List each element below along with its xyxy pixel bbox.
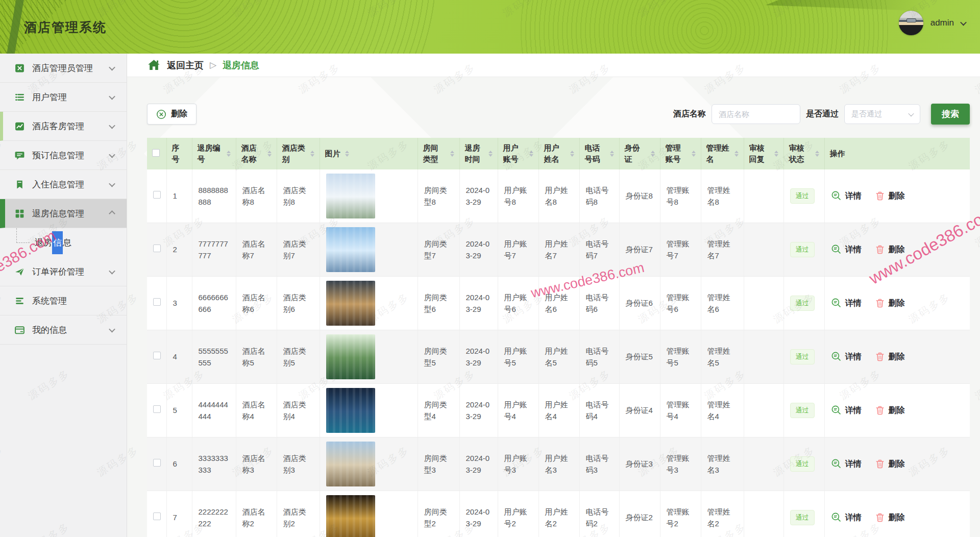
sort-carets-icon[interactable] [815,151,819,157]
cell-admin_name: 管理姓名2 [701,491,744,537]
user-menu[interactable]: admin [899,11,966,35]
delete-action[interactable]: 删除 [875,297,905,310]
delete-action[interactable]: 删除 [875,511,905,524]
delete-button[interactable]: 删除 [147,104,197,125]
sidebar-item-label: 我的信息 [32,324,67,336]
hotel-management-app: 酒店管理系统 admin 酒店管理员管理 用户管理 [0,0,980,537]
col-header-audit_reply[interactable]: 审核回复 [744,138,783,169]
sidebar-item-order-review-mgmt[interactable]: 订单评价管理 [0,257,127,286]
col-label: 房间类型 [423,142,446,165]
breadcrumb-home[interactable]: 返回主页 [167,59,204,71]
chevron-up-icon [109,210,115,217]
col-header-checkout_time[interactable]: 退房时间 [459,138,498,169]
col-header-hotel_category[interactable]: 酒店类别 [277,138,320,169]
sidebar-item-hotel-room-mgmt[interactable]: 酒店客房管理 [0,112,127,141]
detail-action[interactable]: 详情 [831,190,862,203]
user-avatar [899,11,923,35]
sort-carets-icon[interactable] [310,151,314,157]
sort-carets-icon[interactable] [651,151,655,157]
cell-actions: 详情删除 [824,223,970,277]
delete-action[interactable]: 删除 [875,190,905,203]
main-area: 返回主页 ▷ 退房信息 删除 酒店名称 [127,54,980,537]
cell-admin_name: 管理姓名5 [701,330,744,384]
detail-action[interactable]: 详情 [831,404,862,417]
hotel-name-label: 酒店名称 [673,109,706,119]
sort-carets-icon[interactable] [488,151,493,157]
row-checkbox[interactable] [153,298,161,306]
cell-checkout_time: 2024-03-29 [459,223,498,277]
sort-carets-icon[interactable] [345,151,349,157]
cell-checkbox [147,491,166,537]
sort-carets-icon[interactable] [774,151,778,157]
col-header-admin_account[interactable]: 管理账号 [660,138,701,169]
cell-checkout_time: 2024-03-29 [459,277,498,330]
sidebar-item-user-mgmt[interactable]: 用户管理 [0,83,127,112]
sort-carets-icon[interactable] [267,151,272,157]
row-checkbox[interactable] [153,191,161,199]
hotel-name-input[interactable] [712,104,800,124]
pass-select[interactable]: 是否通过 [844,104,920,124]
row-checkbox[interactable] [153,512,161,520]
detail-action[interactable]: 详情 [831,243,862,256]
col-label: 退房编号 [198,142,222,165]
sort-carets-icon[interactable] [692,151,696,157]
cell-user_name: 用户姓名6 [538,277,579,330]
breadcrumb-separator-icon: ▷ [210,60,216,70]
search-button[interactable]: 搜索 [931,104,970,125]
detail-magnifier-icon [831,190,842,201]
delete-action[interactable]: 删除 [875,351,905,363]
col-header-user_account[interactable]: 用户账号 [498,138,538,169]
status-badge: 通过 [790,456,815,472]
sidebar-item-booking-mgmt[interactable]: 预订信息管理 [0,141,127,170]
col-header-id_card[interactable]: 身份证 [619,138,660,169]
delete-action[interactable]: 删除 [875,458,905,471]
detail-action[interactable]: 详情 [831,458,862,471]
col-header-user_name[interactable]: 用户姓名 [538,138,579,169]
sidebar-item-system-mgmt[interactable]: 系统管理 [0,286,127,315]
cell-user_name: 用户姓名4 [538,384,579,437]
row-checkbox[interactable] [153,405,161,413]
detail-action[interactable]: 详情 [831,351,862,363]
col-header-admin_name[interactable]: 管理姓名 [701,138,744,169]
sidebar-subitem-checkout-info[interactable]: 退房信息 [0,228,127,257]
select-all-checkbox[interactable] [152,149,160,157]
detail-magnifier-icon [831,512,842,523]
sort-carets-icon[interactable] [610,151,614,157]
list-icon [14,92,25,103]
col-header-image[interactable]: 图片 [320,138,418,169]
detail-magnifier-icon [831,405,842,416]
col-header-hotel_name[interactable]: 酒店名称 [236,138,277,169]
sort-carets-icon[interactable] [450,151,454,157]
cell-checkout_no: 4444444444 [192,384,236,437]
col-header-checkbox[interactable] [147,138,166,169]
detail-action[interactable]: 详情 [831,511,862,524]
cell-user_account: 用户账号6 [498,277,538,330]
cell-user_name: 用户姓名3 [538,437,579,491]
sidebar-item-label: 订单评价管理 [32,266,84,278]
delete-action[interactable]: 删除 [875,243,905,256]
chart-icon [14,121,25,132]
cell-user_name: 用户姓名5 [538,330,579,384]
col-header-audit_status[interactable]: 审核状态 [783,138,824,169]
col-header-phone[interactable]: 电话号码 [579,138,619,169]
sidebar-item-hotel-admin-mgmt[interactable]: 酒店管理员管理 [0,54,127,83]
sidebar-item-my-info[interactable]: 我的信息 [0,315,127,345]
sidebar-item-checkin-mgmt[interactable]: 入住信息管理 [0,170,127,199]
status-badge: 通过 [790,296,815,311]
home-icon[interactable] [147,58,161,72]
row-checkbox[interactable] [153,352,161,359]
col-header-checkout_no[interactable]: 退房编号 [192,138,236,169]
sort-carets-icon[interactable] [570,151,574,157]
sidebar-subitem-label: 退房信息 [35,237,71,249]
detail-action[interactable]: 详情 [831,297,862,310]
sidebar-item-checkout-mgmt[interactable]: 退房信息管理 [0,199,127,228]
sort-carets-icon[interactable] [227,151,231,157]
cell-user_name: 用户姓名8 [538,169,579,223]
col-header-room_type[interactable]: 房间类型 [418,138,459,169]
sort-carets-icon[interactable] [529,151,533,157]
row-checkbox[interactable] [153,459,161,467]
hotel-image [326,495,375,537]
delete-action[interactable]: 删除 [875,404,905,417]
sort-carets-icon[interactable] [734,151,739,157]
row-checkbox[interactable] [153,245,161,252]
